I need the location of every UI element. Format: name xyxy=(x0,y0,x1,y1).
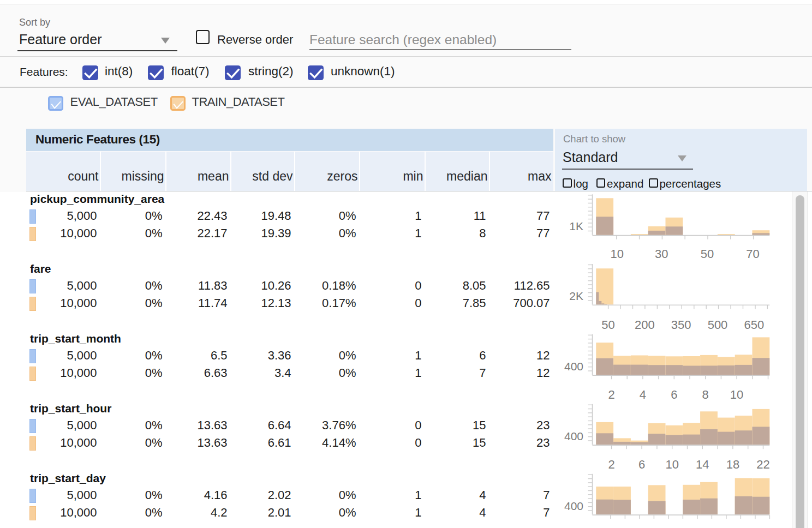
svg-text:50: 50 xyxy=(701,247,714,261)
svg-text:10: 10 xyxy=(730,388,743,401)
svg-text:2K: 2K xyxy=(569,290,583,302)
svg-text:400: 400 xyxy=(564,430,583,442)
svg-text:8: 8 xyxy=(702,388,709,401)
svg-text:10: 10 xyxy=(665,458,678,471)
svg-text:6: 6 xyxy=(671,388,677,401)
svg-text:30: 30 xyxy=(655,247,668,261)
svg-text:400: 400 xyxy=(564,500,583,512)
svg-text:200: 200 xyxy=(635,318,655,332)
svg-text:14: 14 xyxy=(696,458,709,471)
svg-text:2: 2 xyxy=(608,458,614,471)
svg-text:70: 70 xyxy=(746,247,759,261)
svg-text:400: 400 xyxy=(564,360,583,373)
svg-text:22: 22 xyxy=(756,458,769,471)
svg-text:650: 650 xyxy=(744,318,764,332)
svg-text:2: 2 xyxy=(608,388,614,401)
svg-text:10: 10 xyxy=(611,247,624,261)
svg-text:6: 6 xyxy=(638,458,645,471)
svg-text:18: 18 xyxy=(726,458,739,471)
svg-text:1K: 1K xyxy=(569,220,583,232)
svg-text:50: 50 xyxy=(601,318,614,332)
svg-text:350: 350 xyxy=(671,318,691,332)
svg-text:500: 500 xyxy=(708,318,728,332)
svg-text:4: 4 xyxy=(640,388,646,401)
